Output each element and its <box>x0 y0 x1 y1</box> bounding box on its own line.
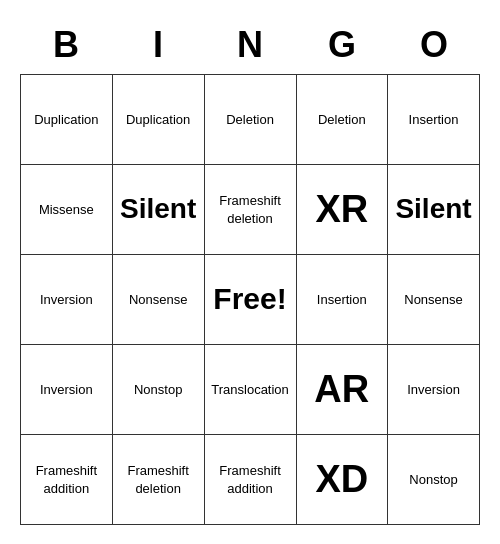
table-cell: Inversion <box>21 344 113 434</box>
table-row: Frameshift additionFrameshift deletionFr… <box>21 434 480 524</box>
table-cell: XD <box>296 434 388 524</box>
header-row: B I N G O <box>20 20 480 74</box>
table-cell: Insertion <box>296 254 388 344</box>
header-g: G <box>296 20 388 74</box>
table-cell: Inversion <box>21 254 113 344</box>
table-cell: Duplication <box>21 74 113 164</box>
table-cell: Nonsense <box>388 254 480 344</box>
table-cell: Inversion <box>388 344 480 434</box>
table-cell: Free! <box>204 254 296 344</box>
header-o: O <box>388 20 480 74</box>
table-cell: Nonstop <box>112 344 204 434</box>
table-cell: Insertion <box>388 74 480 164</box>
table-cell: Silent <box>112 164 204 254</box>
table-cell: Frameshift deletion <box>112 434 204 524</box>
header-b: B <box>20 20 112 74</box>
header-n: N <box>204 20 296 74</box>
table-row: InversionNonsenseFree!InsertionNonsense <box>21 254 480 344</box>
table-cell: Nonstop <box>388 434 480 524</box>
table-cell: Silent <box>388 164 480 254</box>
table-cell: Deletion <box>204 74 296 164</box>
table-cell: Nonsense <box>112 254 204 344</box>
table-cell: Deletion <box>296 74 388 164</box>
table-cell: XR <box>296 164 388 254</box>
table-cell: Frameshift addition <box>21 434 113 524</box>
table-row: MissenseSilentFrameshift deletionXRSilen… <box>21 164 480 254</box>
table-cell: Frameshift deletion <box>204 164 296 254</box>
table-cell: AR <box>296 344 388 434</box>
table-row: DuplicationDuplicationDeletionDeletionIn… <box>21 74 480 164</box>
table-cell: Missense <box>21 164 113 254</box>
table-cell: Duplication <box>112 74 204 164</box>
header-i: I <box>112 20 204 74</box>
table-row: InversionNonstopTranslocationARInversion <box>21 344 480 434</box>
table-cell: Translocation <box>204 344 296 434</box>
table-cell: Frameshift addition <box>204 434 296 524</box>
